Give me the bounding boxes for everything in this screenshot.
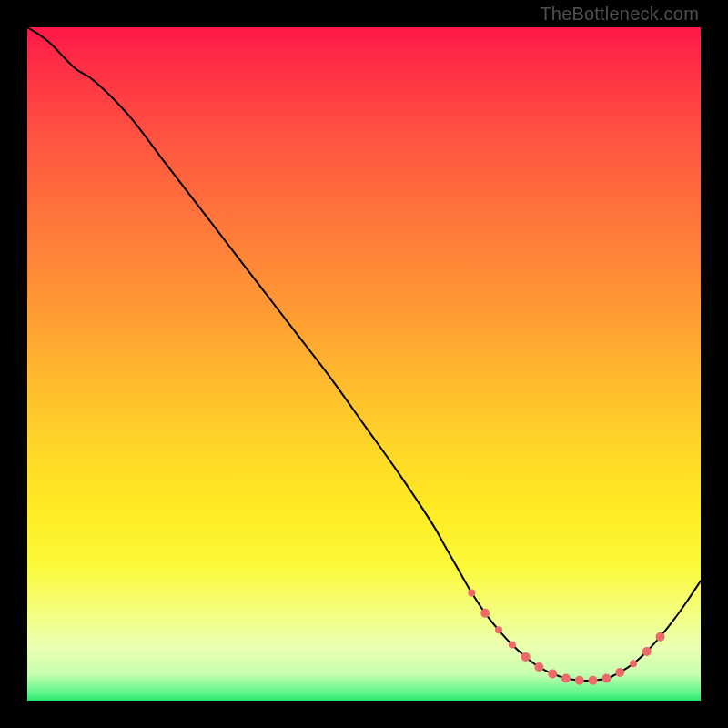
marker-point: [521, 652, 531, 662]
marker-point: [509, 642, 516, 649]
figure-container: TheBottleneck.com: [0, 0, 728, 728]
plot-svg: [27, 27, 701, 701]
bottleneck-curve: [27, 27, 701, 681]
plot-area: [27, 27, 701, 701]
marker-point: [534, 662, 543, 672]
marker-point: [642, 647, 652, 656]
marker-point: [480, 609, 490, 618]
marker-point: [561, 674, 571, 683]
marker-point: [575, 676, 584, 685]
marker-point: [656, 632, 665, 642]
marker-point: [468, 590, 475, 597]
marker-point: [548, 669, 557, 678]
marker-point: [630, 660, 637, 667]
marker-group: [468, 590, 664, 685]
marker-point: [495, 626, 502, 633]
marker-point: [589, 676, 598, 685]
marker-point: [615, 668, 624, 677]
watermark-text: TheBottleneck.com: [540, 4, 699, 25]
marker-point: [602, 674, 611, 683]
